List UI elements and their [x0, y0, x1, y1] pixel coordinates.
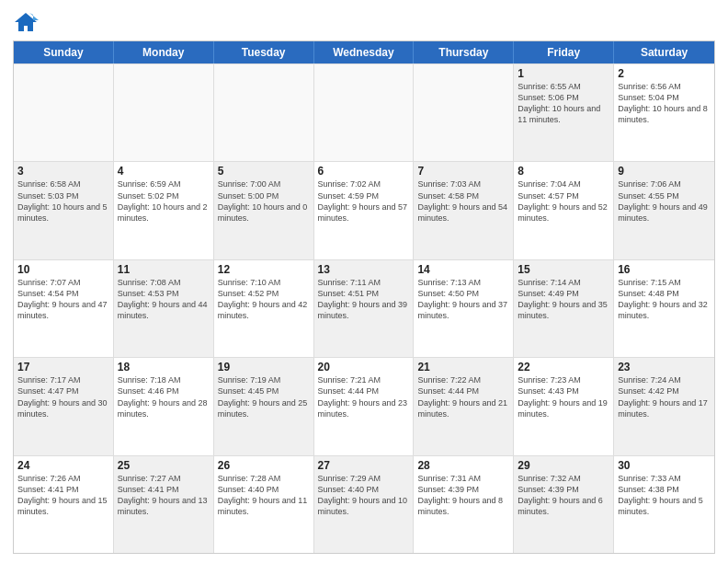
day-number: 15	[518, 263, 609, 276]
calendar-cell: 27Sunrise: 7:29 AM Sunset: 4:40 PM Dayli…	[314, 456, 415, 553]
calendar-row: 17Sunrise: 7:17 AM Sunset: 4:47 PM Dayli…	[14, 357, 714, 454]
cell-detail: Sunrise: 7:10 AM Sunset: 4:52 PM Dayligh…	[218, 277, 310, 322]
cell-detail: Sunrise: 7:08 AM Sunset: 4:53 PM Dayligh…	[118, 277, 210, 322]
day-number: 3	[17, 165, 109, 178]
calendar-cell: 13Sunrise: 7:11 AM Sunset: 4:51 PM Dayli…	[314, 260, 415, 357]
cell-detail: Sunrise: 6:59 AM Sunset: 5:02 PM Dayligh…	[118, 178, 210, 224]
calendar-cell: 10Sunrise: 7:07 AM Sunset: 4:54 PM Dayli…	[14, 260, 114, 357]
calendar-cell	[214, 64, 314, 161]
calendar-cell: 2Sunrise: 6:56 AM Sunset: 5:04 PM Daylig…	[614, 64, 714, 161]
cell-detail: Sunrise: 7:23 AM Sunset: 4:43 PM Dayligh…	[518, 374, 609, 419]
cell-detail: Sunrise: 7:28 AM Sunset: 4:40 PM Dayligh…	[218, 473, 310, 518]
calendar-cell	[14, 64, 114, 161]
calendar-header-cell: Friday	[514, 41, 614, 63]
cell-detail: Sunrise: 6:55 AM Sunset: 5:06 PM Dayligh…	[518, 81, 609, 126]
cell-detail: Sunrise: 6:58 AM Sunset: 5:03 PM Dayligh…	[17, 178, 109, 224]
cell-detail: Sunrise: 7:26 AM Sunset: 4:41 PM Dayligh…	[17, 473, 109, 518]
calendar-header-cell: Wednesday	[314, 41, 415, 63]
calendar-header-cell: Sunday	[14, 41, 114, 63]
header	[13, 9, 715, 35]
day-number: 19	[218, 361, 310, 373]
calendar-row: 3Sunrise: 6:58 AM Sunset: 5:03 PM Daylig…	[14, 161, 714, 259]
logo	[13, 9, 42, 35]
day-number: 4	[118, 165, 210, 178]
cell-detail: Sunrise: 7:06 AM Sunset: 4:55 PM Dayligh…	[618, 178, 711, 224]
day-number: 14	[417, 263, 509, 276]
calendar-cell: 16Sunrise: 7:15 AM Sunset: 4:48 PM Dayli…	[614, 260, 714, 357]
cell-detail: Sunrise: 7:14 AM Sunset: 4:49 PM Dayligh…	[518, 277, 609, 322]
day-number: 2	[618, 67, 711, 80]
day-number: 29	[518, 459, 609, 472]
day-number: 30	[618, 459, 711, 472]
page: SundayMondayTuesdayWednesdayThursdayFrid…	[0, 0, 728, 563]
cell-detail: Sunrise: 7:07 AM Sunset: 4:54 PM Dayligh…	[17, 277, 109, 322]
cell-detail: Sunrise: 7:04 AM Sunset: 4:57 PM Dayligh…	[518, 178, 609, 224]
day-number: 7	[417, 165, 509, 178]
day-number: 12	[218, 263, 310, 276]
calendar-cell: 21Sunrise: 7:22 AM Sunset: 4:44 PM Dayli…	[414, 358, 514, 454]
cell-detail: Sunrise: 7:32 AM Sunset: 4:39 PM Dayligh…	[518, 473, 609, 518]
cell-detail: Sunrise: 7:18 AM Sunset: 4:46 PM Dayligh…	[118, 374, 210, 419]
day-number: 6	[318, 165, 410, 178]
day-number: 1	[518, 67, 609, 80]
calendar-cell: 30Sunrise: 7:33 AM Sunset: 4:38 PM Dayli…	[614, 456, 714, 553]
calendar-cell: 22Sunrise: 7:23 AM Sunset: 4:43 PM Dayli…	[514, 358, 614, 454]
day-number: 21	[417, 361, 509, 373]
day-number: 11	[118, 263, 210, 276]
cell-detail: Sunrise: 7:13 AM Sunset: 4:50 PM Dayligh…	[417, 277, 509, 322]
calendar-cell: 12Sunrise: 7:10 AM Sunset: 4:52 PM Dayli…	[214, 260, 314, 357]
calendar-cell: 25Sunrise: 7:27 AM Sunset: 4:41 PM Dayli…	[114, 456, 214, 553]
day-number: 23	[618, 361, 711, 373]
calendar-row: 10Sunrise: 7:07 AM Sunset: 4:54 PM Dayli…	[14, 259, 714, 357]
calendar-cell: 3Sunrise: 6:58 AM Sunset: 5:03 PM Daylig…	[14, 162, 114, 259]
day-number: 22	[518, 361, 609, 373]
day-number: 20	[318, 361, 410, 373]
day-number: 27	[318, 459, 410, 472]
calendar-header-cell: Tuesday	[214, 41, 314, 63]
calendar-cell: 8Sunrise: 7:04 AM Sunset: 4:57 PM Daylig…	[514, 162, 614, 259]
cell-detail: Sunrise: 7:31 AM Sunset: 4:39 PM Dayligh…	[417, 473, 509, 518]
calendar-cell: 24Sunrise: 7:26 AM Sunset: 4:41 PM Dayli…	[14, 456, 114, 553]
calendar: SundayMondayTuesdayWednesdayThursdayFrid…	[13, 40, 715, 554]
calendar-cell: 6Sunrise: 7:02 AM Sunset: 4:59 PM Daylig…	[314, 162, 415, 259]
calendar-cell	[414, 64, 514, 161]
calendar-cell: 1Sunrise: 6:55 AM Sunset: 5:06 PM Daylig…	[514, 64, 614, 161]
day-number: 5	[218, 165, 310, 178]
calendar-header-cell: Monday	[114, 41, 214, 63]
calendar-cell: 23Sunrise: 7:24 AM Sunset: 4:42 PM Dayli…	[614, 358, 714, 454]
cell-detail: Sunrise: 7:27 AM Sunset: 4:41 PM Dayligh…	[118, 473, 210, 518]
calendar-cell: 14Sunrise: 7:13 AM Sunset: 4:50 PM Dayli…	[414, 260, 514, 357]
day-number: 17	[17, 361, 109, 373]
cell-detail: Sunrise: 7:11 AM Sunset: 4:51 PM Dayligh…	[318, 277, 410, 322]
calendar-header-cell: Thursday	[414, 41, 514, 63]
cell-detail: Sunrise: 7:22 AM Sunset: 4:44 PM Dayligh…	[417, 374, 509, 419]
calendar-row: 24Sunrise: 7:26 AM Sunset: 4:41 PM Dayli…	[14, 455, 714, 553]
calendar-cell: 19Sunrise: 7:19 AM Sunset: 4:45 PM Dayli…	[214, 358, 314, 454]
day-number: 16	[618, 263, 711, 276]
day-number: 10	[17, 263, 109, 276]
calendar-cell: 26Sunrise: 7:28 AM Sunset: 4:40 PM Dayli…	[214, 456, 314, 553]
cell-detail: Sunrise: 7:00 AM Sunset: 5:00 PM Dayligh…	[218, 178, 310, 224]
cell-detail: Sunrise: 7:03 AM Sunset: 4:58 PM Dayligh…	[417, 178, 509, 224]
calendar-cell: 4Sunrise: 6:59 AM Sunset: 5:02 PM Daylig…	[114, 162, 214, 259]
day-number: 26	[218, 459, 310, 472]
day-number: 9	[618, 165, 711, 178]
day-number: 18	[118, 361, 210, 373]
calendar-cell: 15Sunrise: 7:14 AM Sunset: 4:49 PM Dayli…	[514, 260, 614, 357]
calendar-cell: 29Sunrise: 7:32 AM Sunset: 4:39 PM Dayli…	[514, 456, 614, 553]
cell-detail: Sunrise: 6:56 AM Sunset: 5:04 PM Dayligh…	[618, 81, 711, 126]
day-number: 13	[318, 263, 410, 276]
cell-detail: Sunrise: 7:33 AM Sunset: 4:38 PM Dayligh…	[618, 473, 711, 518]
cell-detail: Sunrise: 7:24 AM Sunset: 4:42 PM Dayligh…	[618, 374, 711, 419]
calendar-cell: 28Sunrise: 7:31 AM Sunset: 4:39 PM Dayli…	[414, 456, 514, 553]
calendar-header-cell: Saturday	[614, 41, 714, 63]
cell-detail: Sunrise: 7:29 AM Sunset: 4:40 PM Dayligh…	[318, 473, 410, 518]
calendar-cell: 5Sunrise: 7:00 AM Sunset: 5:00 PM Daylig…	[214, 162, 314, 259]
calendar-cell: 20Sunrise: 7:21 AM Sunset: 4:44 PM Dayli…	[314, 358, 415, 454]
logo-icon	[13, 9, 39, 35]
cell-detail: Sunrise: 7:15 AM Sunset: 4:48 PM Dayligh…	[618, 277, 711, 322]
day-number: 28	[417, 459, 509, 472]
cell-detail: Sunrise: 7:02 AM Sunset: 4:59 PM Dayligh…	[318, 178, 410, 224]
cell-detail: Sunrise: 7:19 AM Sunset: 4:45 PM Dayligh…	[218, 374, 310, 419]
cell-detail: Sunrise: 7:21 AM Sunset: 4:44 PM Dayligh…	[318, 374, 410, 419]
